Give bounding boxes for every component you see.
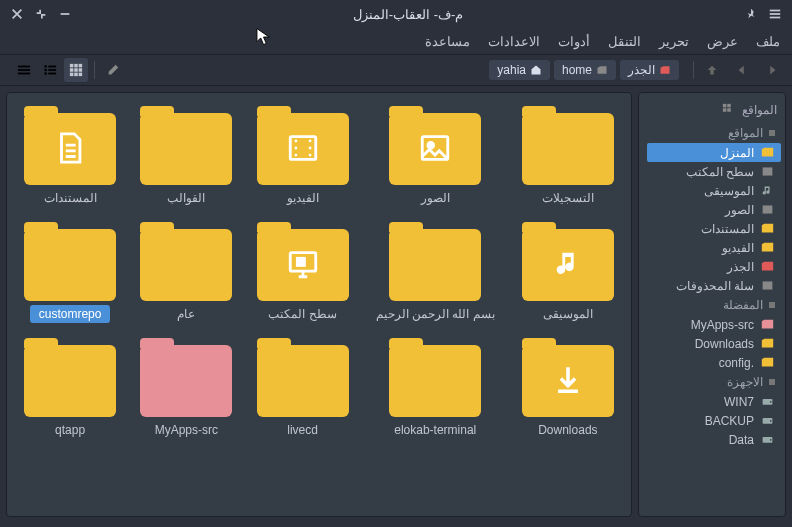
sidebar-item[interactable]: BACKUP: [647, 411, 781, 430]
folder-item[interactable]: Downloads: [513, 333, 623, 443]
folder-icon: [760, 355, 775, 370]
drive-icon: [760, 432, 775, 447]
sidebar-item-label: سطح المكتب: [686, 165, 754, 179]
svg-point-26: [308, 146, 311, 149]
sidebar-item[interactable]: WIN7: [647, 392, 781, 411]
folder-label: الموسيقى: [528, 305, 608, 323]
folder-icon: [760, 336, 775, 351]
folder-item[interactable]: سطح المكتب: [247, 217, 357, 327]
minimize-icon[interactable]: [58, 7, 72, 21]
sidebar-item[interactable]: سطح المكتب: [647, 162, 781, 181]
svg-rect-21: [290, 136, 316, 159]
sidebar-item[interactable]: الفيديو: [647, 238, 781, 257]
nav-forward-icon[interactable]: [760, 58, 784, 82]
folder-label: Downloads: [528, 421, 608, 439]
breadcrumb: yahia home الجذر: [489, 60, 679, 80]
svg-point-29: [428, 142, 434, 148]
folder-label: عام: [146, 305, 226, 323]
crumb-home[interactable]: home: [554, 60, 616, 80]
maximize-icon[interactable]: [34, 7, 48, 21]
folder-item[interactable]: المستندات: [15, 101, 125, 211]
folder-icon: [760, 240, 775, 255]
sidebar-item[interactable]: config.: [647, 353, 781, 372]
sidebar-item-label: Data: [729, 433, 754, 447]
folder-icon: [522, 113, 614, 185]
sidebar-item-label: الجذر: [727, 260, 754, 274]
folder-icon: [24, 229, 116, 301]
window-title: م-ف- العقاب-المنزل: [72, 7, 744, 22]
svg-point-27: [308, 153, 311, 156]
svg-rect-15: [70, 68, 74, 72]
sidebar-item-label: سلة المحذوفات: [676, 279, 754, 293]
svg-point-6: [44, 65, 47, 68]
menu-settings[interactable]: الاعدادات: [488, 34, 540, 49]
pin-icon[interactable]: [744, 7, 758, 21]
close-icon[interactable]: [10, 7, 24, 21]
folder-item[interactable]: elokab-terminal: [364, 333, 507, 443]
view-grid-icon[interactable]: [64, 58, 88, 82]
folder-item[interactable]: التسجيلات: [513, 101, 623, 211]
folder-item[interactable]: MyApps-src: [131, 333, 241, 443]
crumb-yahia[interactable]: yahia: [489, 60, 550, 80]
folder-label: الصور: [395, 189, 475, 207]
menu-help[interactable]: مساعدة: [425, 34, 470, 49]
sidebar-item[interactable]: الموسيقى: [647, 181, 781, 200]
folder-label: التسجيلات: [528, 189, 608, 207]
svg-rect-34: [723, 108, 727, 112]
folder-icon: [760, 145, 775, 160]
menu-tools[interactable]: أدوات: [558, 34, 590, 49]
crumb-root[interactable]: الجذر: [620, 60, 679, 80]
folder-item[interactable]: بسم الله الرحمن الرحيم: [364, 217, 507, 327]
sidebar-section-header: الاجهزة: [647, 372, 781, 392]
view-detail-icon[interactable]: [12, 58, 36, 82]
folder-icon: [257, 345, 349, 417]
folder-item[interactable]: الصور: [364, 101, 507, 211]
sidebar-grid-icon[interactable]: [722, 103, 736, 117]
menu-view[interactable]: عرض: [707, 34, 738, 49]
folder-item[interactable]: عام: [131, 217, 241, 327]
menu-file[interactable]: ملف: [756, 34, 780, 49]
svg-rect-31: [297, 258, 304, 265]
svg-point-23: [294, 146, 297, 149]
folder-icon: [522, 229, 614, 301]
svg-rect-9: [48, 66, 56, 68]
folder-icon: [389, 345, 481, 417]
svg-rect-10: [48, 69, 56, 71]
folder-item[interactable]: الفيديو: [247, 101, 357, 211]
nav-back-icon[interactable]: [730, 58, 754, 82]
sidebar-item-label: الفيديو: [722, 241, 754, 255]
sidebar-item[interactable]: MyApps-src: [647, 315, 781, 334]
sidebar-section-header: المفضلة: [647, 295, 781, 315]
folder-item[interactable]: customrepo: [15, 217, 125, 327]
sidebar-item[interactable]: المستندات: [647, 219, 781, 238]
sidebar-item-label: Downloads: [695, 337, 754, 351]
sidebar-item[interactable]: Downloads: [647, 334, 781, 353]
folder-label: customrepo: [30, 305, 110, 323]
folder-icon: [522, 345, 614, 417]
sidebar-item[interactable]: سلة المحذوفات: [647, 276, 781, 295]
svg-point-42: [770, 420, 772, 422]
sidebar-item[interactable]: الجذر: [647, 257, 781, 276]
svg-point-7: [44, 69, 47, 72]
folder-icon: [24, 113, 116, 185]
folder-item[interactable]: الموسيقى: [513, 217, 623, 327]
menu-edit[interactable]: تحرير: [659, 34, 689, 49]
edit-icon[interactable]: [101, 58, 125, 82]
view-list-icon[interactable]: [38, 58, 62, 82]
svg-rect-16: [74, 68, 78, 72]
nav-up-icon[interactable]: [700, 58, 724, 82]
sidebar-item[interactable]: الصور: [647, 200, 781, 219]
sidebar-item[interactable]: المنزل: [647, 143, 781, 162]
folder-item[interactable]: livecd: [247, 333, 357, 443]
folder-item[interactable]: القوالب: [131, 101, 241, 211]
sidebar-item-label: MyApps-src: [691, 318, 754, 332]
menu-navigate[interactable]: التنقل: [608, 34, 641, 49]
folder-pink-icon: [760, 317, 775, 332]
folder-item[interactable]: qtapp: [15, 333, 125, 443]
sidebar-item[interactable]: Data: [647, 430, 781, 449]
svg-rect-14: [79, 64, 83, 68]
folder-icon: [140, 113, 232, 185]
svg-point-44: [770, 439, 772, 441]
menu-icon[interactable]: [768, 7, 782, 21]
folder-icon: [140, 345, 232, 417]
